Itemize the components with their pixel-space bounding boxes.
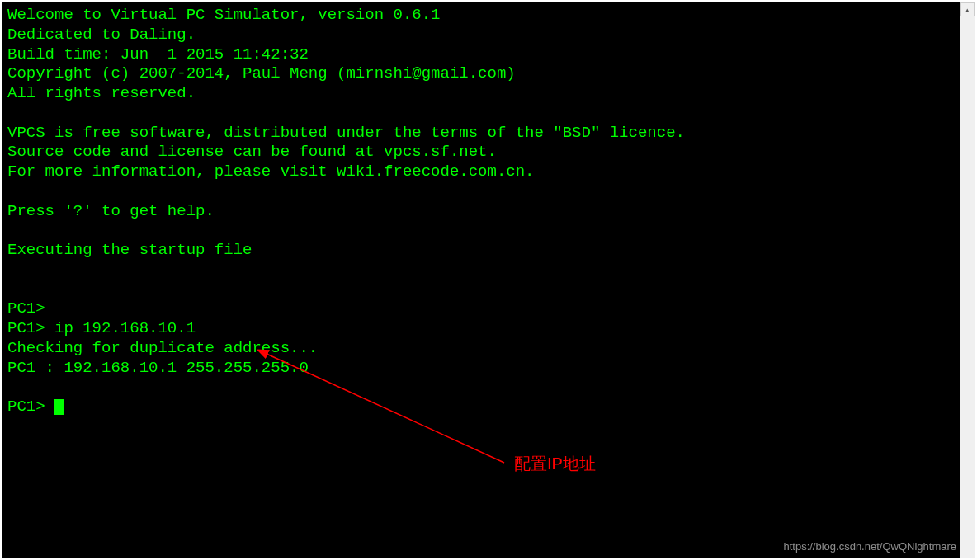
annotation-label: 配置IP地址 bbox=[514, 453, 596, 475]
terminal-line: Checking for duplicate address... bbox=[7, 339, 318, 357]
watermark-text: https://blog.csdn.net/QwQNightmare bbox=[783, 540, 956, 553]
terminal-line: For more information, please visit wiki.… bbox=[7, 162, 535, 181]
cursor-icon bbox=[54, 399, 64, 415]
terminal-line: Welcome to Virtual PC Simulator, version… bbox=[7, 6, 441, 24]
terminal-line: VPCS is free software, distributed under… bbox=[7, 124, 685, 142]
terminal-output[interactable]: Welcome to Virtual PC Simulator, version… bbox=[2, 2, 975, 421]
terminal-line: PC1> ip 192.168.10.1 bbox=[7, 319, 196, 337]
terminal-line: Executing the startup file bbox=[7, 241, 252, 259]
chevron-up-icon: ▴ bbox=[965, 6, 970, 14]
terminal-line: Dedicated to Daling. bbox=[7, 26, 196, 44]
terminal-prompt: PC1> bbox=[7, 398, 54, 416]
terminal-line: All rights reserved. bbox=[7, 84, 196, 102]
terminal-line: Source code and license can be found at … bbox=[7, 143, 497, 161]
terminal-window: Welcome to Virtual PC Simulator, version… bbox=[2, 2, 975, 558]
terminal-line: Build time: Jun 1 2015 11:42:32 bbox=[7, 45, 309, 64]
terminal-line: Copyright (c) 2007-2014, Paul Meng (mirn… bbox=[7, 64, 516, 82]
scroll-up-button[interactable]: ▴ bbox=[960, 2, 975, 16]
terminal-line: PC1 : 192.168.10.1 255.255.255.0 bbox=[7, 359, 309, 377]
terminal-line: Press '?' to get help. bbox=[7, 202, 215, 220]
vertical-scrollbar[interactable]: ▴ bbox=[960, 2, 975, 558]
terminal-line: PC1> bbox=[7, 299, 45, 318]
